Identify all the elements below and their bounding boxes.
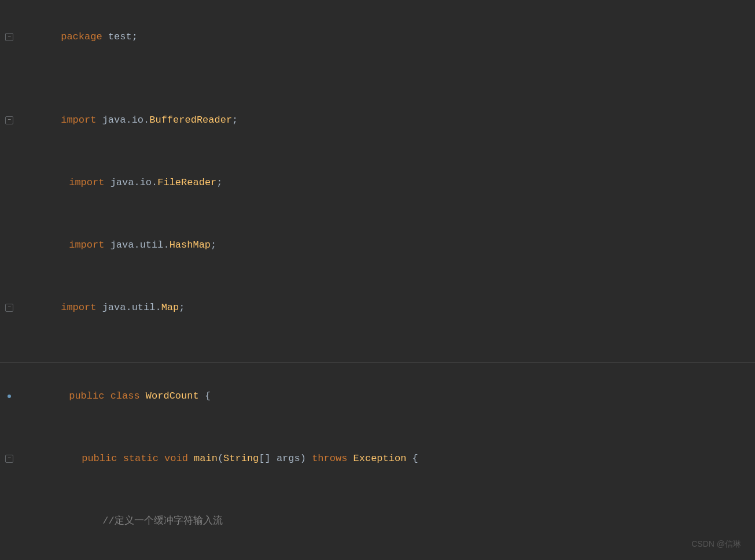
code-line-4: import java.io.FileReader; bbox=[19, 152, 755, 214]
separator bbox=[0, 362, 755, 363]
code-line-6: import java.util.Map; bbox=[19, 277, 755, 339]
code-line-10: //定义一个缓冲字符输入流 bbox=[19, 490, 755, 552]
line-2 bbox=[0, 68, 755, 89]
code-line-9: public static void main(String[] args) t… bbox=[19, 428, 755, 490]
code-line-5: import java.util.HashMap; bbox=[19, 214, 755, 277]
line-6: − import java.util.Map; bbox=[0, 277, 755, 339]
fold-icon-6[interactable]: − bbox=[5, 304, 13, 312]
line-10: //定义一个缓冲字符输入流 bbox=[0, 490, 755, 552]
fold-icon-1[interactable]: − bbox=[5, 33, 13, 41]
line-5: import java.util.HashMap; bbox=[0, 214, 755, 277]
code-line-3: import java.io.BufferedReader; bbox=[19, 89, 755, 152]
fold-icon-3[interactable]: − bbox=[5, 116, 13, 124]
line-11: BufferedReader br = new BufferedReader(n… bbox=[0, 552, 755, 560]
code-line-11: BufferedReader br = new BufferedReader(n… bbox=[19, 552, 755, 560]
watermark: CSDN @信琳 bbox=[691, 539, 741, 550]
line-9: − public static void main(String[] args)… bbox=[0, 428, 755, 490]
gutter-1: − bbox=[0, 33, 19, 41]
gutter-6: − bbox=[0, 304, 19, 312]
code-line-2 bbox=[19, 68, 755, 89]
line-7 bbox=[0, 339, 755, 360]
line-4: import java.io.FileReader; bbox=[0, 152, 755, 214]
code-line-7 bbox=[19, 339, 755, 360]
line-1: − package test; bbox=[0, 6, 755, 68]
breakpoint-dot-8 bbox=[8, 395, 11, 398]
line-8: public class WordCount { bbox=[0, 365, 755, 428]
fold-icon-9[interactable]: − bbox=[5, 455, 13, 463]
code-line-8: public class WordCount { bbox=[19, 365, 755, 428]
gutter-3: − bbox=[0, 116, 19, 124]
line-3: − import java.io.BufferedReader; bbox=[0, 89, 755, 152]
gutter-9: − bbox=[0, 455, 19, 463]
code-editor: − package test; − import java.io.Buffere… bbox=[0, 0, 755, 560]
code-line-1: package test; bbox=[19, 6, 755, 68]
gutter-8 bbox=[0, 395, 19, 398]
